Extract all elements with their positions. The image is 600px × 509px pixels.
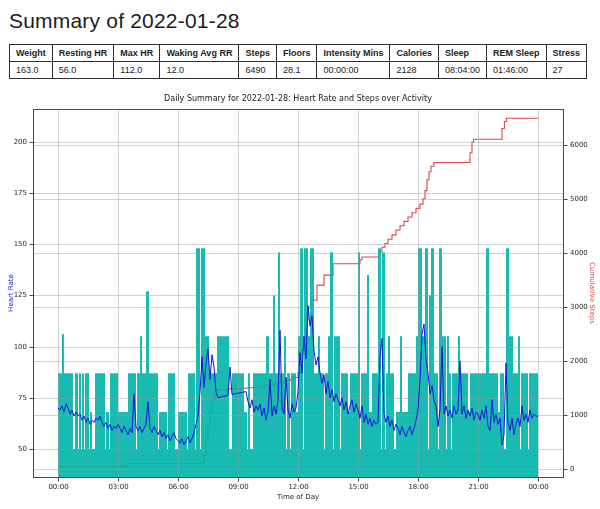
summary-table-header-row: WeightResting HRMax HRWaking Avg RRSteps… bbox=[10, 45, 587, 62]
summary-table: WeightResting HRMax HRWaking Avg RRSteps… bbox=[9, 44, 587, 79]
summary-table-value-row: 163.056.0112.012.0649028.100:00:00212808… bbox=[10, 62, 587, 79]
summary-header-intensity-mins: Intensity Mins bbox=[317, 45, 390, 62]
summary-value-rem-sleep: 01:46:00 bbox=[487, 62, 547, 79]
summary-value-intensity-mins: 00:00:00 bbox=[317, 62, 390, 79]
summary-header-stress: Stress bbox=[546, 45, 587, 62]
summary-value-calories: 2128 bbox=[390, 62, 439, 79]
daily-summary-chart bbox=[0, 87, 600, 507]
summary-header-resting-hr: Resting HR bbox=[52, 45, 114, 62]
summary-header-waking-avg-rr: Waking Avg RR bbox=[160, 45, 239, 62]
summary-header-weight: Weight bbox=[10, 45, 53, 62]
page-title: Summary of 2022-01-28 bbox=[9, 9, 592, 33]
summary-value-stress: 27 bbox=[546, 62, 587, 79]
summary-header-rem-sleep: REM Sleep bbox=[487, 45, 547, 62]
summary-header-floors: Floors bbox=[276, 45, 317, 62]
report-page: Summary of 2022-01-28 WeightResting HRMa… bbox=[0, 0, 600, 79]
summary-value-max-hr: 112.0 bbox=[114, 62, 160, 79]
summary-value-resting-hr: 56.0 bbox=[52, 62, 114, 79]
summary-value-sleep: 08:04:00 bbox=[438, 62, 486, 79]
summary-value-steps: 6490 bbox=[239, 62, 277, 79]
summary-header-calories: Calories bbox=[390, 45, 439, 62]
summary-value-waking-avg-rr: 12.0 bbox=[160, 62, 239, 79]
summary-value-weight: 163.0 bbox=[10, 62, 53, 79]
summary-header-steps: Steps bbox=[239, 45, 277, 62]
summary-header-sleep: Sleep bbox=[438, 45, 486, 62]
summary-header-max-hr: Max HR bbox=[114, 45, 160, 62]
summary-value-floors: 28.1 bbox=[276, 62, 317, 79]
